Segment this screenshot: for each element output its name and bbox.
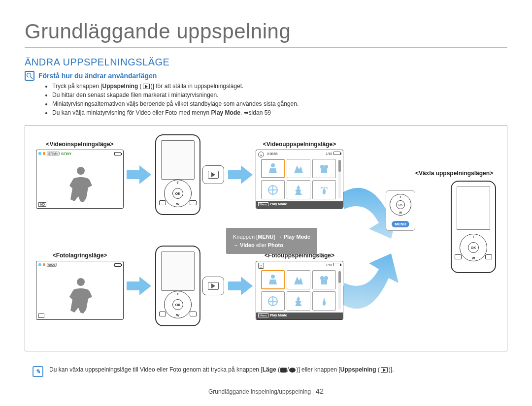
- device-screen: [161, 140, 195, 180]
- page-number: 42: [315, 387, 324, 395]
- bullet-item: Miniatyrvisningsalternativen väljs beroe…: [52, 99, 507, 108]
- play-icon: [381, 367, 388, 373]
- lcd-photo-rec: 9999: [36, 261, 124, 320]
- lcd-bottom-bar: MenuPlay Mode: [256, 312, 343, 319]
- svg-marker-8: [127, 277, 151, 295]
- section-title: ÄNDRA UPPSPELNINGSLÄGE: [25, 57, 507, 68]
- footnote-text: Du kan växla uppspelningsläge till Video…: [49, 366, 394, 373]
- ok-button: OK: [172, 188, 183, 199]
- lcd-bottom-bar: MenuPlay Mode: [256, 201, 343, 208]
- battery-icon: [333, 263, 340, 266]
- arrow-icon: [126, 164, 152, 185]
- menu-chip: Menu: [258, 202, 268, 206]
- svg-marker-9: [228, 277, 253, 295]
- menu-badge: MENU: [392, 221, 409, 227]
- battery-icon: [114, 263, 121, 267]
- index-count: 1/10: [326, 152, 332, 156]
- row-video: <Videoinspelningsläge> 579Min STBY HD: [36, 134, 343, 215]
- svg-point-10: [320, 276, 324, 280]
- label-video-play: <Videouppspelningsläge>: [263, 141, 336, 148]
- device-mock-tall: T OK W: [451, 181, 496, 273]
- switch-arrows: [334, 165, 403, 327]
- thumbnail: [261, 270, 285, 289]
- svg-marker-3: [228, 165, 253, 184]
- device-button-right: [190, 312, 197, 316]
- note-icon: ✎: [33, 366, 43, 377]
- svg-rect-12: [321, 280, 327, 284]
- svg-point-5: [324, 165, 328, 169]
- dpad: T OK W: [164, 291, 192, 318]
- scrollbar: [338, 271, 341, 310]
- timecode: 0:00:55: [267, 152, 278, 156]
- thumbnail: [261, 291, 285, 311]
- lcd-video-rec: 579Min STBY HD: [36, 150, 124, 209]
- dpad-menu-box: T OK W MENU: [386, 190, 415, 231]
- device-screen: [161, 251, 195, 291]
- svg-point-11: [324, 276, 328, 280]
- thumbnail: [287, 291, 310, 311]
- person-silhouette: [64, 275, 98, 314]
- menu-chip: Menu: [258, 313, 268, 317]
- lcd-video-play: ▸ 0:00:55 1/10 MenuPlay Mode: [256, 150, 343, 209]
- device-button-right: [485, 254, 492, 259]
- thumbnail: [287, 159, 310, 178]
- arrow-icon: [227, 164, 254, 185]
- svg-point-0: [27, 73, 31, 77]
- play-button: [202, 277, 224, 295]
- diagram-frame: <Videoinspelningsläge> 579Min STBY HD: [25, 125, 507, 351]
- device-mock: T OK W: [155, 246, 200, 326]
- thumbnail-grid: [261, 270, 336, 311]
- sd-icon: [38, 263, 41, 266]
- sub-title: Förstå hur du ändrar användarlägen: [38, 72, 157, 80]
- ok-button: OK: [396, 200, 405, 209]
- label-video-rec: <Videoinspelningsläge>: [46, 141, 113, 148]
- battery-icon: [333, 152, 340, 155]
- footer-text: Grundläggande inspelning/uppspelning: [208, 388, 311, 395]
- footnote: ✎ Du kan växla uppspelningsläge till Vid…: [25, 359, 507, 384]
- thumbnail: [261, 159, 285, 178]
- svg-point-4: [320, 165, 324, 169]
- hd-badge: HD: [38, 202, 46, 207]
- dpad: T OK W: [164, 180, 192, 207]
- arrow-icon: [227, 276, 254, 296]
- sd-icon: [38, 152, 41, 155]
- thumbnail: [287, 180, 310, 199]
- thumbnail: [312, 159, 336, 178]
- video-mode-icon: ▸: [258, 152, 264, 157]
- sub-heading-row: Förstå hur du ändrar användarlägen: [25, 71, 507, 81]
- bullet-item: Du hittar den senast skapade filen marke…: [52, 91, 507, 99]
- photo-count: 9999: [47, 263, 56, 267]
- person-silhouette: [64, 164, 98, 203]
- arrow-icon: [126, 276, 152, 296]
- switch-panel: <Växla uppspelningslägen> T OK W MENU T …: [388, 170, 496, 179]
- photo-mode-icon: [289, 368, 296, 373]
- play-icon: [143, 84, 150, 89]
- row-photo: <Fotolagringsläge> 9999 T: [36, 246, 343, 326]
- svg-line-1: [31, 77, 33, 79]
- label-photo-rec: <Fotolagringsläge>: [53, 252, 107, 259]
- device-button-left: [159, 312, 166, 316]
- photo-badge: [38, 313, 44, 318]
- device-button-left: [159, 200, 166, 205]
- bullet-item: Tryck på knappen [Uppspelning ()] för at…: [52, 82, 507, 91]
- magnifier-icon: [25, 71, 34, 81]
- scrollbar: [338, 160, 341, 198]
- card-icon: [43, 263, 46, 266]
- thumbnail: [287, 270, 310, 289]
- thumbnail-grid: [261, 159, 336, 199]
- battery-icon: [114, 152, 121, 156]
- device-button-left: [455, 254, 462, 259]
- index-count: 1/10: [326, 263, 332, 267]
- thumbnail: [312, 180, 336, 199]
- mini-dpad: T OK W: [390, 194, 411, 216]
- bullet-item: Du kan välja miniatyrvisning för Video e…: [52, 108, 507, 117]
- card-icon: [43, 152, 46, 155]
- page-footer: Grundläggande inspelning/uppspelning 42: [0, 387, 532, 395]
- device-screen: [457, 187, 490, 230]
- lcd-photo-play: ▢ 1/10 MenuPlay Mode: [256, 261, 343, 320]
- label-switch: <Växla uppspelningslägen>: [388, 170, 496, 177]
- divider: [25, 47, 507, 48]
- thumbnail: [261, 180, 285, 199]
- play-button: [202, 165, 224, 184]
- photo-mode-icon: ▢: [258, 263, 264, 269]
